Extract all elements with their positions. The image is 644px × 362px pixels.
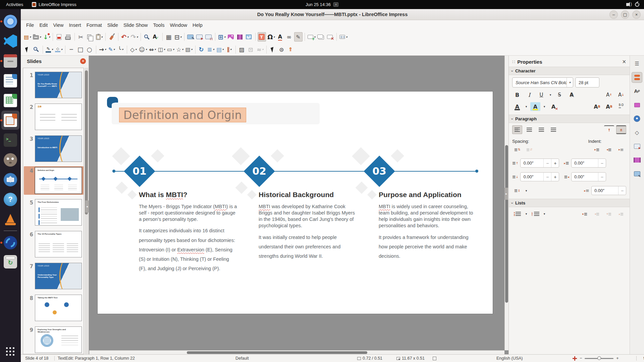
new-slide-button[interactable]: ▾	[307, 32, 316, 42]
separator[interactable]	[215, 33, 215, 41]
ordered-list-dropdown[interactable]: ▾	[542, 209, 546, 218]
clear-formatting-button[interactable]: A	[548, 102, 558, 111]
menu-item[interactable]: Slide	[105, 21, 121, 29]
above-paragraph-spacing-field[interactable]: 0.00″ − +	[520, 159, 559, 168]
center-vertically-button[interactable]: ±	[616, 125, 626, 134]
unordered-list-button[interactable]	[512, 209, 522, 218]
highlight-color-button[interactable]: A	[530, 102, 540, 111]
hide-slides-panel-handle[interactable]: ◂	[85, 200, 89, 213]
increment-button[interactable]: +	[551, 161, 559, 166]
connectors-tool[interactable]: ╰▾	[116, 45, 125, 54]
separator[interactable]	[305, 33, 305, 41]
shapes-tab[interactable]	[632, 127, 642, 138]
align-right-button[interactable]	[536, 125, 546, 134]
increase-indent-button[interactable]: ▸≣	[592, 145, 602, 154]
menu-item[interactable]: Window	[167, 21, 190, 29]
chromium[interactable]	[1, 12, 19, 31]
language-status[interactable]: English (USA)	[496, 355, 523, 362]
decrement-button[interactable]: −	[619, 188, 626, 193]
decrement-button[interactable]: −	[544, 174, 551, 180]
special-character-button[interactable]: Ω▾	[267, 32, 275, 42]
decrement-button[interactable]: −	[544, 161, 551, 166]
align-center-button[interactable]	[524, 125, 534, 134]
redo-button[interactable]: ↷▾	[130, 32, 139, 42]
insert-media-button[interactable]	[236, 32, 244, 42]
slide-thumbnail[interactable]: 5 The Four Dichotomies	[24, 198, 84, 227]
menu-item[interactable]: Format	[84, 21, 105, 29]
slide-style-status[interactable]: Default	[235, 355, 249, 362]
interaction-button[interactable]: ⇑	[287, 45, 295, 54]
zoom-out-button[interactable]: −	[580, 356, 582, 361]
navigator-tab[interactable]	[632, 113, 642, 124]
insert-table-button[interactable]: ⊞▾	[217, 32, 226, 42]
unordered-list-dropdown[interactable]: ▾	[524, 209, 528, 218]
slide-thumbnail[interactable]: 7 YOUR LOGO Understanding Your Personali…	[24, 262, 84, 290]
first-line-indent-field[interactable]: 0.00″ −	[591, 186, 626, 195]
clone-formatting-button[interactable]	[108, 32, 116, 42]
separator[interactable]	[255, 33, 256, 41]
symbol-shapes-tool[interactable]: ☺▾	[138, 45, 148, 54]
menu-item[interactable]: Tools	[151, 21, 167, 29]
menu-item[interactable]: Insert	[66, 21, 84, 29]
decrease-font-size-button[interactable]: A↓	[616, 90, 626, 99]
column-paragraph[interactable]: It was initially created to help people …	[259, 233, 357, 261]
3d-objects-tool[interactable]: ▧▾	[184, 45, 193, 54]
slide-canvas[interactable]: Definition and Origin 01	[89, 56, 504, 354]
gallery-tab[interactable]	[632, 100, 642, 110]
select-tool[interactable]	[23, 45, 32, 54]
rectangle-tool[interactable]: □	[76, 45, 85, 54]
display-views-button[interactable]: ⊟▾	[174, 32, 182, 42]
fit-slide-status[interactable]	[433, 355, 436, 362]
insert-image-button[interactable]	[227, 32, 235, 42]
arrange-button[interactable]: ▤▾	[216, 45, 224, 54]
restore-button[interactable]: ▢	[621, 10, 629, 19]
animation-tab[interactable]	[632, 155, 642, 165]
content-column[interactable]: Purpose and Application MBTI is widely u…	[379, 191, 477, 261]
zoom-in-button[interactable]: +	[616, 356, 619, 361]
paragraph-section-header[interactable]: ›Paragraph	[509, 115, 630, 123]
insert-text-box-button[interactable]	[258, 32, 266, 42]
column-paragraph[interactable]: It provides a framework for understandin…	[379, 233, 477, 261]
decrease-indent-button[interactable]: ◂≣	[604, 145, 614, 154]
decrement-button[interactable]: −	[598, 174, 606, 180]
slides-panel-close-icon[interactable]: ✕	[80, 58, 86, 64]
properties-close-icon[interactable]: ×	[622, 59, 626, 65]
separator[interactable]	[118, 33, 118, 41]
crop-button[interactable]: ⊡	[247, 45, 255, 54]
hide-sidebar-handle[interactable]: ▸	[504, 188, 508, 200]
slide-thumbnail[interactable]: 6 The 16 Personality Types	[24, 230, 84, 258]
align-top-button[interactable]: ↑	[604, 125, 614, 134]
separator[interactable]	[65, 46, 65, 54]
decrement-button[interactable]: −	[598, 161, 606, 166]
block-arrows-tool[interactable]: ⇔▾	[148, 45, 157, 54]
start-from-current-slide-button[interactable]	[205, 32, 213, 42]
separator[interactable]	[127, 46, 127, 54]
column-paragraph[interactable]: It categorizes individuals into 16 disti…	[139, 226, 237, 273]
content-column[interactable]: What is MBTI? The Myers - Briggs Type In…	[139, 191, 237, 274]
character-spacing-button[interactable]: B-D↔	[616, 102, 626, 111]
curve-tool[interactable]: ✎▾	[107, 45, 116, 54]
volume-icon[interactable]	[626, 3, 629, 6]
separator[interactable]	[96, 46, 96, 54]
horizontal-scrollbar[interactable]	[89, 350, 504, 354]
separator[interactable]	[105, 33, 106, 41]
basic-shapes-tool[interactable]: ◇▾	[129, 45, 138, 54]
power-icon[interactable]	[635, 2, 639, 7]
sidebar-menu[interactable]	[632, 58, 642, 69]
superscript-button[interactable]: AB	[592, 102, 602, 111]
gimp[interactable]	[1, 150, 19, 169]
slide-layout-button[interactable]: ▾	[339, 32, 348, 42]
slide-thumbnail[interactable]: 9 Exploring Your Strengths and Weaknesse…	[24, 325, 84, 354]
libreoffice-impress[interactable]	[1, 111, 19, 130]
activities-button[interactable]: Activities	[6, 2, 23, 7]
paste-button[interactable]: ▾	[95, 32, 103, 42]
trash[interactable]	[1, 252, 19, 271]
separator[interactable]	[184, 33, 184, 41]
bold-button[interactable]: B	[512, 90, 522, 99]
italic-button[interactable]: I	[524, 90, 534, 99]
show-draw-functions-button[interactable]	[294, 32, 303, 42]
duplicate-slide-button[interactable]	[317, 32, 325, 42]
separator[interactable]	[74, 33, 75, 41]
line-spacing-button[interactable]: ≣↕	[512, 186, 522, 195]
separator[interactable]	[141, 33, 141, 41]
